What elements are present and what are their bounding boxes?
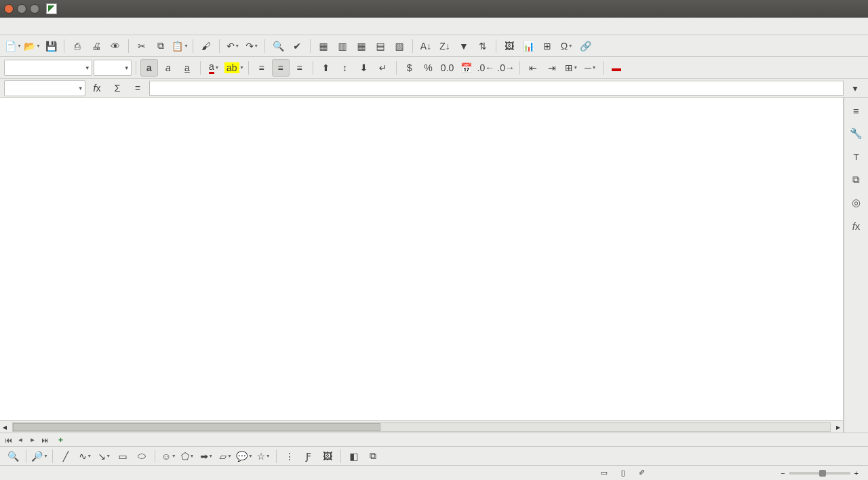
- export-pdf-button[interactable]: ⎙: [68, 37, 86, 55]
- align-right-button[interactable]: ≡: [291, 59, 309, 77]
- formula-expand-button[interactable]: ▾: [846, 79, 864, 97]
- formula-input[interactable]: [149, 81, 844, 96]
- align-center-button[interactable]: ≡: [272, 59, 290, 77]
- function-wizard-button[interactable]: fx: [88, 79, 106, 97]
- undo-button[interactable]: ↶: [224, 37, 241, 55]
- increase-indent-button[interactable]: ⇥: [543, 59, 561, 77]
- line-button[interactable]: ╱: [57, 447, 75, 465]
- currency-button[interactable]: $: [401, 59, 418, 77]
- align-bottom-button[interactable]: ⬇: [355, 59, 373, 77]
- underline-button[interactable]: a: [178, 59, 196, 77]
- align-top-button[interactable]: ⬆: [317, 59, 335, 77]
- fontwork-button[interactable]: Ƒ: [300, 447, 317, 465]
- copy-button[interactable]: ⧉: [152, 37, 170, 55]
- spellcheck-button[interactable]: ✔: [288, 37, 306, 55]
- chart-button[interactable]: 📊: [519, 37, 537, 55]
- zoom-slider[interactable]: [789, 472, 850, 475]
- percent-button[interactable]: %: [420, 59, 437, 77]
- autofilter-button[interactable]: ▼: [455, 37, 473, 55]
- print-preview-button[interactable]: 👁: [106, 37, 124, 55]
- basic-shapes-button[interactable]: ☺: [159, 447, 177, 465]
- redo-button[interactable]: ↷: [243, 37, 260, 55]
- block-arrows-button[interactable]: ➡: [197, 447, 215, 465]
- insert-image-button[interactable]: 🖼: [319, 447, 336, 465]
- cell-reference-input[interactable]: [7, 83, 76, 93]
- add-sheet-button[interactable]: ＋: [53, 435, 68, 445]
- cell-reference-combo[interactable]: ▾: [4, 80, 85, 96]
- status-insert-mode-icon[interactable]: ▭: [600, 468, 607, 477]
- find-toolbar-button[interactable]: 🔍: [4, 447, 22, 465]
- italic-button[interactable]: a: [159, 59, 177, 77]
- flowchart-button[interactable]: ▱: [216, 447, 234, 465]
- sidebar-functions-icon[interactable]: fx: [848, 217, 865, 235]
- zoom-in-icon[interactable]: +: [854, 469, 859, 477]
- zoom-control[interactable]: − +: [781, 469, 863, 477]
- highlight-color-button[interactable]: ab: [224, 59, 244, 77]
- tab-prev-button[interactable]: ◂: [15, 435, 26, 444]
- tab-first-button[interactable]: ⏮: [3, 436, 14, 444]
- column-button[interactable]: ▥: [334, 37, 351, 55]
- wrap-text-button[interactable]: ↵: [374, 59, 392, 77]
- bold-button[interactable]: a: [140, 59, 158, 77]
- sidebar-navigator-icon[interactable]: ◎: [848, 194, 865, 212]
- sidebar-settings-icon[interactable]: 🔧: [848, 125, 865, 142]
- curve-button[interactable]: ∿: [76, 447, 94, 465]
- conditional-format-button[interactable]: ▬: [608, 59, 625, 77]
- font-size-input[interactable]: [97, 63, 122, 73]
- new-button[interactable]: 📄: [4, 37, 22, 55]
- border-style-button[interactable]: ─: [581, 59, 599, 77]
- callout-button[interactable]: 💬: [235, 447, 253, 465]
- borders-button[interactable]: ⊞: [562, 59, 580, 77]
- freeze-button[interactable]: ▤: [372, 37, 389, 55]
- sort-button[interactable]: ⇅: [474, 37, 492, 55]
- arrow-button[interactable]: ↘: [95, 447, 113, 465]
- image-button[interactable]: 🖼: [500, 37, 518, 55]
- font-size-combo[interactable]: ▾: [94, 60, 132, 76]
- zoom-out-icon[interactable]: −: [781, 469, 785, 477]
- clone-formatting-button[interactable]: 🖌: [197, 37, 215, 55]
- date-button[interactable]: 📅: [458, 59, 475, 77]
- rectangle-button[interactable]: ▭: [114, 447, 132, 465]
- horizontal-scrollbar[interactable]: ◂ ▸: [0, 420, 843, 433]
- align-left-button[interactable]: ≡: [253, 59, 271, 77]
- font-color-button[interactable]: a: [205, 59, 222, 77]
- find-button[interactable]: 🔍: [269, 37, 287, 55]
- sidebar-styles-icon[interactable]: ᴛ: [848, 148, 865, 165]
- window-minimize-button[interactable]: [17, 4, 26, 14]
- function-button[interactable]: =: [129, 79, 146, 97]
- status-selection-mode-icon[interactable]: ▯: [621, 468, 625, 477]
- remove-decimal-button[interactable]: .0→: [496, 59, 515, 77]
- tab-last-button[interactable]: ⏭: [39, 436, 50, 444]
- split-button[interactable]: ▧: [391, 37, 408, 55]
- print-button[interactable]: 🖨: [87, 37, 105, 55]
- row-button[interactable]: ▦: [315, 37, 332, 55]
- sum-button[interactable]: Σ: [108, 79, 126, 97]
- table-button[interactable]: ▦: [353, 37, 370, 55]
- symbol-shapes-button[interactable]: ⬠: [178, 447, 196, 465]
- align-middle-button[interactable]: ↕: [336, 59, 354, 77]
- zoom-tool-button[interactable]: 🔎: [31, 447, 48, 465]
- status-signature-icon[interactable]: ✐: [639, 468, 645, 477]
- crop-button[interactable]: ⧉: [364, 447, 382, 465]
- window-maximize-button[interactable]: [30, 4, 39, 14]
- toggle-extrusion-button[interactable]: ◧: [345, 447, 363, 465]
- points-button[interactable]: ⋮: [281, 447, 298, 465]
- window-close-button[interactable]: [4, 4, 14, 14]
- hyperlink-button[interactable]: 🔗: [576, 37, 594, 55]
- font-name-input[interactable]: [7, 63, 83, 73]
- tab-next-button[interactable]: ▸: [27, 435, 38, 444]
- add-decimal-button[interactable]: .0←: [477, 59, 496, 77]
- decrease-indent-button[interactable]: ⇤: [524, 59, 542, 77]
- sidebar-properties-icon[interactable]: ≡: [848, 102, 865, 119]
- sort-asc-button[interactable]: A↓: [417, 37, 435, 55]
- ellipse-button[interactable]: ⬭: [133, 447, 151, 465]
- cut-button[interactable]: ✂: [133, 37, 151, 55]
- font-name-combo[interactable]: ▾: [4, 60, 92, 76]
- sort-desc-button[interactable]: Z↓: [436, 37, 454, 55]
- pivot-button[interactable]: ⊞: [538, 37, 556, 55]
- cell-grid[interactable]: [0, 98, 843, 420]
- stars-button[interactable]: ☆: [254, 447, 272, 465]
- save-button[interactable]: 💾: [42, 37, 60, 55]
- sidebar-gallery-icon[interactable]: ⧉: [848, 171, 865, 188]
- special-char-button[interactable]: Ω: [557, 37, 575, 55]
